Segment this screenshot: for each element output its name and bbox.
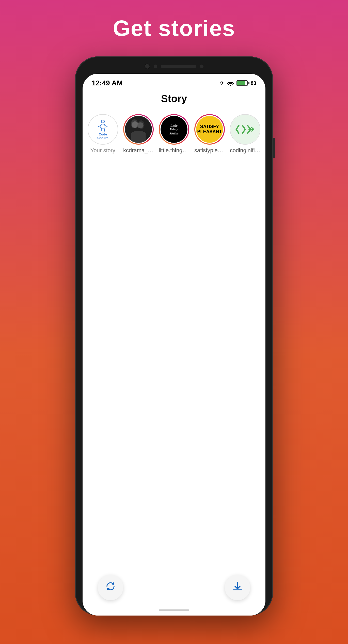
phone-speaker xyxy=(161,65,196,68)
story-label-littlethings: little.things... xyxy=(159,147,189,154)
story-label-codinginflow: codinginiflo... xyxy=(230,147,260,154)
home-indicator[interactable] xyxy=(159,609,189,611)
phone-sensor2 xyxy=(200,65,203,68)
codinginflow-avatar-art xyxy=(230,115,260,144)
phone-shell: 12:49 AM ✈ 83 xyxy=(75,56,273,616)
littlethings-avatar-art: LittleThingsMatter xyxy=(161,116,187,143)
phone-camera xyxy=(145,64,150,69)
stories-row: CodeChakra Your story xyxy=(83,108,265,157)
littlethings-avatar-inner: LittleThingsMatter xyxy=(160,115,188,144)
app-header: Story xyxy=(83,88,265,108)
bottom-buttons xyxy=(83,575,265,600)
phone-side-button xyxy=(273,138,275,158)
status-icons: ✈ 83 xyxy=(220,80,256,86)
story-label-kcdrama: kcdrama_.... xyxy=(123,147,154,154)
story-avatar-your-story[interactable]: CodeChakra xyxy=(88,114,118,145)
status-bar: 12:49 AM ✈ 83 xyxy=(83,74,265,88)
story-item-kcdrama[interactable]: kcdrama_.... xyxy=(123,114,154,154)
story-label-satisfy: satisfyplea... xyxy=(194,147,225,154)
kcdrama-avatar-inner xyxy=(124,115,153,144)
status-time: 12:49 AM xyxy=(92,79,123,87)
phone-sensor xyxy=(154,65,157,68)
codinginflow-avatar-inner xyxy=(230,115,260,144)
story-avatar-kcdrama[interactable] xyxy=(123,114,154,145)
story-item-satisfy[interactable]: SATISFYPLEASANT satisfyplea... xyxy=(194,114,225,154)
svg-point-1 xyxy=(101,120,104,123)
story-avatar-littlethings[interactable]: LittleThingsMatter xyxy=(159,114,189,145)
phone-top-bar xyxy=(75,56,273,69)
app-screen-title: Story xyxy=(92,93,256,104)
story-item-your-story[interactable]: CodeChakra Your story xyxy=(88,114,118,154)
phone-camera-area xyxy=(145,64,203,69)
download-button[interactable] xyxy=(225,575,250,600)
refresh-icon xyxy=(105,581,116,594)
story-item-codinginflow[interactable]: codinginiflo... xyxy=(230,114,260,154)
satisfy-text: SATISFYPLEASANT xyxy=(197,124,222,134)
svg-point-8 xyxy=(137,122,144,129)
battery-percent: 83 xyxy=(251,80,256,86)
page-title: Get stories xyxy=(113,15,235,41)
code-chakra-avatar-art: CodeChakra xyxy=(88,115,118,144)
phone-screen: 12:49 AM ✈ 83 xyxy=(83,74,265,616)
code-chakra-text: CodeChakra xyxy=(97,133,108,140)
svg-point-2 xyxy=(101,130,105,132)
app-content-area xyxy=(83,157,265,616)
story-label-your-story: Your story xyxy=(90,147,115,154)
refresh-button[interactable] xyxy=(98,575,123,600)
svg-point-7 xyxy=(132,121,138,128)
kcdrama-avatar-art xyxy=(125,116,152,143)
battery-icon: 83 xyxy=(236,80,256,86)
svg-point-0 xyxy=(230,85,231,86)
satisfy-avatar-inner: SATISFYPLEASANT xyxy=(195,115,224,144)
story-avatar-satisfy[interactable]: SATISFYPLEASANT xyxy=(194,114,225,145)
download-icon xyxy=(232,581,243,594)
airplane-icon: ✈ xyxy=(220,80,224,86)
littlethings-text: LittleThingsMatter xyxy=(169,124,178,135)
story-item-littlethings[interactable]: LittleThingsMatter little.things... xyxy=(159,114,189,154)
wifi-icon xyxy=(227,80,234,86)
code-chakra-avatar-inner: CodeChakra xyxy=(88,115,118,144)
story-avatar-codinginflow[interactable] xyxy=(230,114,260,145)
satisfy-avatar-art: SATISFYPLEASANT xyxy=(196,116,223,143)
